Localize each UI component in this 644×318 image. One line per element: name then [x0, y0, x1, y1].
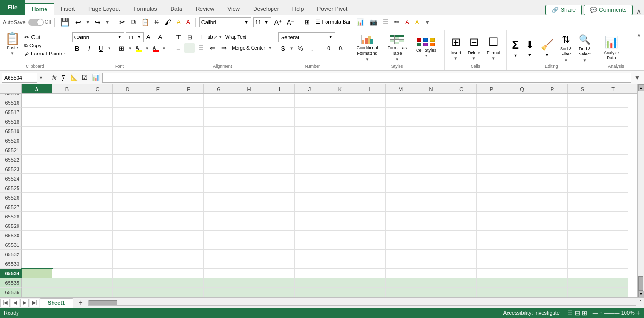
sum-button[interactable]: Σ ▼: [509, 34, 522, 63]
grid-cell[interactable]: [507, 250, 537, 259]
grid-cell[interactable]: [477, 127, 507, 136]
copy-button[interactable]: ⧉: [129, 17, 137, 27]
grid-cell[interactable]: [598, 212, 628, 221]
col-header-N[interactable]: N: [416, 84, 446, 94]
name-box[interactable]: A65534: [2, 73, 37, 83]
align-left-button[interactable]: ≡: [173, 43, 183, 53]
grid-cell[interactable]: [264, 145, 295, 155]
grid-cell[interactable]: [355, 164, 386, 174]
grid-cell[interactable]: [537, 240, 568, 250]
col-header-L[interactable]: L: [355, 84, 386, 94]
grid-cell[interactable]: [507, 136, 537, 145]
grid-cell[interactable]: [22, 94, 52, 98]
grid-cell[interactable]: [598, 127, 628, 136]
format-cells-button[interactable]: ☐ Format ▼: [484, 34, 503, 63]
grid-cell[interactable]: [416, 174, 446, 183]
grid-cell[interactable]: [82, 108, 113, 117]
grid-cell[interactable]: [22, 278, 52, 288]
align-center-button[interactable]: ≣: [184, 43, 195, 53]
grid-cell[interactable]: [355, 94, 386, 98]
grid-cell[interactable]: [416, 127, 446, 136]
grid-cell[interactable]: [568, 98, 598, 108]
grid-cell[interactable]: [82, 221, 113, 231]
grid-cell[interactable]: [295, 94, 325, 98]
grid-cell[interactable]: [446, 164, 477, 174]
border-dropdown[interactable]: ▼: [128, 46, 132, 51]
redo-dropdown[interactable]: ▼: [104, 19, 110, 26]
grid-cell[interactable]: [568, 250, 598, 259]
grid-cell[interactable]: [295, 259, 325, 269]
col-header-M[interactable]: M: [386, 84, 416, 94]
grid-cell[interactable]: [416, 231, 446, 240]
grid-cell[interactable]: [113, 221, 143, 231]
grid-cell[interactable]: [264, 269, 295, 278]
grid-cell[interactable]: [82, 212, 113, 221]
grid-cell[interactable]: [568, 193, 598, 202]
grid-cell[interactable]: [568, 155, 598, 164]
grid-cell[interactable]: [477, 231, 507, 240]
grid-cell[interactable]: [477, 98, 507, 108]
grid-cell[interactable]: [295, 98, 325, 108]
grid-cell[interactable]: [416, 183, 446, 193]
row-header[interactable]: 65530: [0, 231, 22, 240]
grid-cell[interactable]: [446, 117, 477, 127]
ribbon-collapse-button[interactable]: ∧: [636, 8, 641, 15]
grid-cell[interactable]: [355, 136, 386, 145]
grid-cell[interactable]: [143, 193, 173, 202]
grid-cell[interactable]: [386, 108, 416, 117]
grid-cell[interactable]: [52, 231, 82, 240]
undo-button[interactable]: ↩: [73, 18, 83, 27]
align-top-button[interactable]: ⊤: [173, 32, 183, 42]
grid-cell[interactable]: [82, 174, 113, 183]
grid-cell[interactable]: [446, 202, 477, 212]
grid-cell[interactable]: [234, 117, 264, 127]
font-color-dropdown[interactable]: ▼: [163, 46, 166, 51]
grid-cell[interactable]: [355, 193, 386, 202]
grid-cell[interactable]: [446, 145, 477, 155]
grid-cell[interactable]: [386, 98, 416, 108]
format-painter-ribbon[interactable]: 🖌 Format Painter: [23, 50, 67, 57]
grid-cell[interactable]: [82, 145, 113, 155]
grid-cell[interactable]: [143, 174, 173, 183]
view-page-break[interactable]: ⊞: [582, 309, 587, 317]
font-name-ribbon[interactable]: Calibri ▼: [72, 32, 124, 42]
grid-cell[interactable]: [22, 231, 52, 240]
percent-button[interactable]: %: [295, 44, 306, 53]
grid-cell[interactable]: [295, 193, 325, 202]
row-header[interactable]: 65532: [0, 250, 22, 259]
grid-cell[interactable]: [507, 231, 537, 240]
formula-bar-expand[interactable]: ▼: [633, 74, 642, 81]
grid-cell[interactable]: [204, 127, 234, 136]
paste-button[interactable]: 📋 Paste ▼: [3, 31, 22, 56]
grid-cell[interactable]: [446, 269, 477, 278]
grid-cell[interactable]: [52, 278, 82, 288]
sheet-nav-last[interactable]: ▶|: [30, 299, 39, 307]
grid-cell[interactable]: [52, 259, 82, 269]
col-header-Q[interactable]: Q: [507, 84, 537, 94]
sort-filter-button[interactable]: ⇅ Sort &Filter ▼: [557, 34, 575, 63]
grid-cell[interactable]: [113, 174, 143, 183]
grid-cell[interactable]: [204, 145, 234, 155]
grid-cell[interactable]: [295, 212, 325, 221]
grid-cell[interactable]: [386, 212, 416, 221]
grid-cell[interactable]: [477, 278, 507, 288]
grid-cell[interactable]: [173, 259, 204, 269]
grid-cell[interactable]: [234, 155, 264, 164]
grid-cell[interactable]: [355, 202, 386, 212]
grid-cell[interactable]: [143, 250, 173, 259]
grid-cell[interactable]: [537, 174, 568, 183]
grid-cell[interactable]: [355, 269, 386, 278]
grid-cell[interactable]: [598, 136, 628, 145]
grid-cell[interactable]: [204, 193, 234, 202]
grid-cell[interactable]: [22, 193, 52, 202]
cell-styles-button[interactable]: Cell Styles ▼: [412, 34, 440, 63]
grid-cell[interactable]: [234, 250, 264, 259]
font-size-ribbon[interactable]: 11 ▼: [126, 32, 144, 42]
grid-cell[interactable]: [325, 174, 355, 183]
grid-cell[interactable]: [264, 127, 295, 136]
grid-cell[interactable]: [477, 221, 507, 231]
grid-cell[interactable]: [507, 117, 537, 127]
col-header-G[interactable]: G: [204, 84, 234, 94]
grid-cell[interactable]: [386, 278, 416, 288]
grid-cell[interactable]: [446, 193, 477, 202]
